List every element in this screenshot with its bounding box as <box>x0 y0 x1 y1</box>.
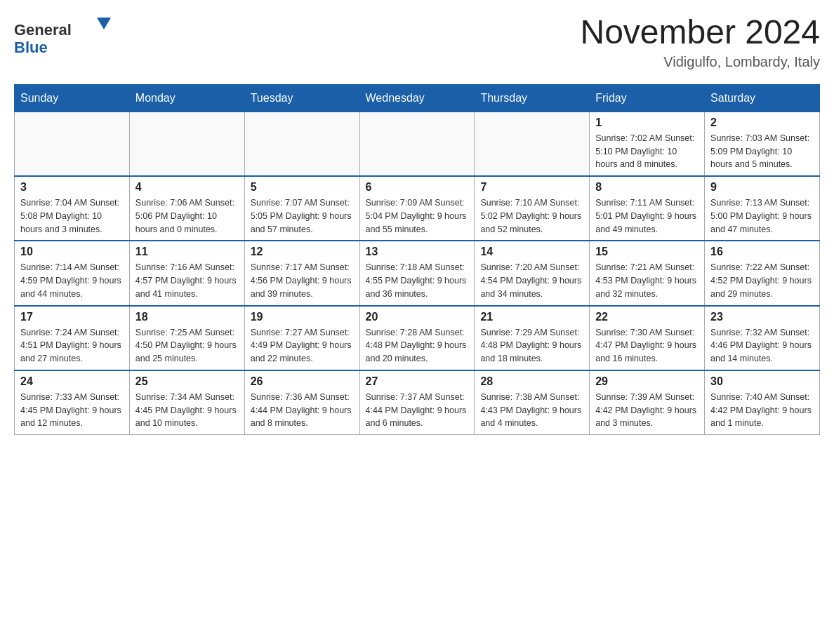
day-info: Sunrise: 7:29 AM Sunset: 4:48 PM Dayligh… <box>480 326 583 365</box>
day-cell: 23Sunrise: 7:32 AM Sunset: 4:46 PM Dayli… <box>705 306 820 370</box>
day-info: Sunrise: 7:25 AM Sunset: 4:50 PM Dayligh… <box>135 326 239 365</box>
day-info: Sunrise: 7:34 AM Sunset: 4:45 PM Dayligh… <box>135 391 239 430</box>
location: Vidigulfo, Lombardy, Italy <box>580 54 820 70</box>
day-info: Sunrise: 7:20 AM Sunset: 4:54 PM Dayligh… <box>480 261 583 300</box>
svg-marker-1 <box>97 18 111 29</box>
day-cell: 18Sunrise: 7:25 AM Sunset: 4:50 PM Dayli… <box>129 306 244 370</box>
day-cell <box>475 112 590 176</box>
day-cell <box>244 112 359 176</box>
day-number: 24 <box>20 375 124 388</box>
day-cell: 3Sunrise: 7:04 AM Sunset: 5:08 PM Daylig… <box>15 176 130 241</box>
header-sunday: Sunday <box>15 84 130 112</box>
day-info: Sunrise: 7:17 AM Sunset: 4:56 PM Dayligh… <box>251 261 354 300</box>
day-number: 6 <box>366 181 469 194</box>
day-number: 3 <box>20 181 124 194</box>
day-cell: 27Sunrise: 7:37 AM Sunset: 4:44 PM Dayli… <box>359 370 475 435</box>
day-number: 2 <box>710 116 814 129</box>
header-friday: Friday <box>590 84 705 112</box>
day-number: 8 <box>595 181 699 194</box>
week-row-2: 3Sunrise: 7:04 AM Sunset: 5:08 PM Daylig… <box>15 176 820 241</box>
day-cell: 30Sunrise: 7:40 AM Sunset: 4:42 PM Dayli… <box>705 370 820 435</box>
day-info: Sunrise: 7:39 AM Sunset: 4:42 PM Dayligh… <box>595 391 699 430</box>
page-header: General Blue November 2024 Vidigulfo, Lo… <box>14 14 820 70</box>
day-cell: 14Sunrise: 7:20 AM Sunset: 4:54 PM Dayli… <box>475 241 590 305</box>
day-number: 28 <box>480 375 583 388</box>
logo-svg: General Blue <box>14 14 112 60</box>
day-cell: 8Sunrise: 7:11 AM Sunset: 5:01 PM Daylig… <box>590 176 705 241</box>
day-info: Sunrise: 7:40 AM Sunset: 4:42 PM Dayligh… <box>710 391 814 430</box>
day-info: Sunrise: 7:07 AM Sunset: 5:05 PM Dayligh… <box>251 196 354 236</box>
day-info: Sunrise: 7:18 AM Sunset: 4:55 PM Dayligh… <box>366 261 469 300</box>
day-number: 12 <box>251 246 354 258</box>
day-cell: 9Sunrise: 7:13 AM Sunset: 5:00 PM Daylig… <box>705 176 820 241</box>
week-row-5: 24Sunrise: 7:33 AM Sunset: 4:45 PM Dayli… <box>15 370 820 435</box>
day-number: 1 <box>595 116 699 129</box>
day-number: 4 <box>135 181 239 194</box>
week-row-1: 1Sunrise: 7:02 AM Sunset: 5:10 PM Daylig… <box>15 112 820 176</box>
day-cell: 4Sunrise: 7:06 AM Sunset: 5:06 PM Daylig… <box>129 176 244 241</box>
day-number: 19 <box>251 311 354 323</box>
weekday-header-row: Sunday Monday Tuesday Wednesday Thursday… <box>15 84 820 112</box>
day-info: Sunrise: 7:24 AM Sunset: 4:51 PM Dayligh… <box>20 326 124 365</box>
day-number: 9 <box>710 181 814 194</box>
day-cell: 2Sunrise: 7:03 AM Sunset: 5:09 PM Daylig… <box>705 112 820 176</box>
day-info: Sunrise: 7:13 AM Sunset: 5:00 PM Dayligh… <box>710 196 814 236</box>
day-number: 7 <box>480 181 583 194</box>
day-number: 26 <box>251 375 354 388</box>
day-cell: 7Sunrise: 7:10 AM Sunset: 5:02 PM Daylig… <box>475 176 590 241</box>
day-info: Sunrise: 7:11 AM Sunset: 5:01 PM Dayligh… <box>595 196 699 236</box>
day-info: Sunrise: 7:27 AM Sunset: 4:49 PM Dayligh… <box>251 326 354 365</box>
day-cell <box>15 112 130 176</box>
day-cell: 10Sunrise: 7:14 AM Sunset: 4:59 PM Dayli… <box>15 241 130 305</box>
svg-text:General: General <box>14 21 72 39</box>
day-cell: 15Sunrise: 7:21 AM Sunset: 4:53 PM Dayli… <box>590 241 705 305</box>
day-cell: 17Sunrise: 7:24 AM Sunset: 4:51 PM Dayli… <box>15 306 130 370</box>
day-cell: 5Sunrise: 7:07 AM Sunset: 5:05 PM Daylig… <box>244 176 359 241</box>
day-cell: 29Sunrise: 7:39 AM Sunset: 4:42 PM Dayli… <box>590 370 705 435</box>
title-block: November 2024 Vidigulfo, Lombardy, Italy <box>580 14 820 70</box>
day-cell: 11Sunrise: 7:16 AM Sunset: 4:57 PM Dayli… <box>129 241 244 305</box>
day-cell: 20Sunrise: 7:28 AM Sunset: 4:48 PM Dayli… <box>359 306 475 370</box>
day-cell: 28Sunrise: 7:38 AM Sunset: 4:43 PM Dayli… <box>475 370 590 435</box>
day-info: Sunrise: 7:16 AM Sunset: 4:57 PM Dayligh… <box>135 261 239 300</box>
day-number: 5 <box>251 181 354 194</box>
day-number: 22 <box>595 311 699 323</box>
day-cell: 13Sunrise: 7:18 AM Sunset: 4:55 PM Dayli… <box>359 241 475 305</box>
day-number: 21 <box>480 311 583 323</box>
day-cell: 24Sunrise: 7:33 AM Sunset: 4:45 PM Dayli… <box>15 370 130 435</box>
header-saturday: Saturday <box>705 84 820 112</box>
day-number: 20 <box>366 311 469 323</box>
day-number: 25 <box>135 375 239 388</box>
day-info: Sunrise: 7:32 AM Sunset: 4:46 PM Dayligh… <box>710 326 814 365</box>
day-cell: 12Sunrise: 7:17 AM Sunset: 4:56 PM Dayli… <box>244 241 359 305</box>
day-number: 17 <box>20 311 124 323</box>
week-row-3: 10Sunrise: 7:14 AM Sunset: 4:59 PM Dayli… <box>15 241 820 305</box>
header-thursday: Thursday <box>475 84 590 112</box>
day-info: Sunrise: 7:04 AM Sunset: 5:08 PM Dayligh… <box>20 196 124 236</box>
day-info: Sunrise: 7:09 AM Sunset: 5:04 PM Dayligh… <box>366 196 469 236</box>
day-info: Sunrise: 7:02 AM Sunset: 5:10 PM Dayligh… <box>595 132 699 171</box>
day-info: Sunrise: 7:03 AM Sunset: 5:09 PM Dayligh… <box>710 132 814 171</box>
day-number: 11 <box>135 246 239 258</box>
day-cell: 16Sunrise: 7:22 AM Sunset: 4:52 PM Dayli… <box>705 241 820 305</box>
header-wednesday: Wednesday <box>359 84 475 112</box>
day-info: Sunrise: 7:10 AM Sunset: 5:02 PM Dayligh… <box>480 196 583 236</box>
day-number: 16 <box>710 246 814 258</box>
day-info: Sunrise: 7:33 AM Sunset: 4:45 PM Dayligh… <box>20 391 124 430</box>
day-cell: 1Sunrise: 7:02 AM Sunset: 5:10 PM Daylig… <box>590 112 705 176</box>
day-number: 10 <box>20 246 124 258</box>
day-number: 14 <box>480 246 583 258</box>
day-cell: 25Sunrise: 7:34 AM Sunset: 4:45 PM Dayli… <box>129 370 244 435</box>
day-info: Sunrise: 7:14 AM Sunset: 4:59 PM Dayligh… <box>20 261 124 300</box>
header-tuesday: Tuesday <box>244 84 359 112</box>
calendar-table: Sunday Monday Tuesday Wednesday Thursday… <box>14 84 820 435</box>
day-info: Sunrise: 7:38 AM Sunset: 4:43 PM Dayligh… <box>480 391 583 430</box>
day-info: Sunrise: 7:30 AM Sunset: 4:47 PM Dayligh… <box>595 326 699 365</box>
day-cell: 21Sunrise: 7:29 AM Sunset: 4:48 PM Dayli… <box>475 306 590 370</box>
month-title: November 2024 <box>580 14 820 51</box>
header-monday: Monday <box>129 84 244 112</box>
day-info: Sunrise: 7:37 AM Sunset: 4:44 PM Dayligh… <box>366 391 469 430</box>
day-info: Sunrise: 7:21 AM Sunset: 4:53 PM Dayligh… <box>595 261 699 300</box>
day-info: Sunrise: 7:06 AM Sunset: 5:06 PM Dayligh… <box>135 196 239 236</box>
day-info: Sunrise: 7:22 AM Sunset: 4:52 PM Dayligh… <box>710 261 814 300</box>
